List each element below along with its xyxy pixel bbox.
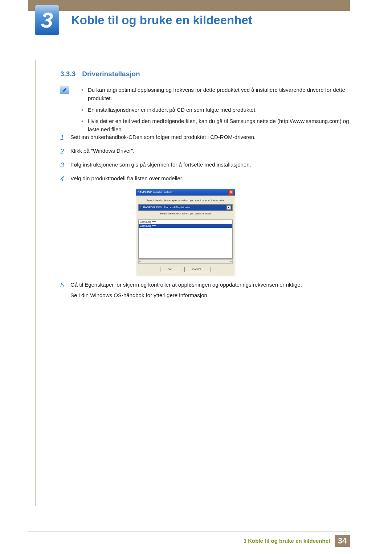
step-text: Klikk på "Windows Driver". [70,147,351,157]
step-text-line: Gå til Egenskaper for skjerm og kontroll… [70,280,351,289]
close-icon[interactable]: × [228,190,233,195]
info-bullet: Du kan angi optimal oppløsning og frekve… [81,86,351,103]
step-number: 2 [60,147,70,157]
section-number: 3.3.3 [60,70,75,78]
step-number: 5 [60,280,70,300]
chapter-title: Koble til og bruke en kildeenhet [71,13,252,27]
step-item: 1 Sett inn brukerhåndbok-CDen som følger… [60,133,351,143]
step-item: 3 Følg instruksjonene som gis på skjerme… [60,160,351,171]
step-item: 2 Klikk på "Windows Driver". [60,147,351,157]
horizontal-scrollbar[interactable]: ◂ ▸ [138,259,233,264]
step-number: 1 [60,133,70,143]
info-bullet: Hvis det er en feil ved den medfølgende … [81,117,351,134]
list-item[interactable]: Samsung **** [139,220,232,224]
step-text: Velg din produktmodell fra listen over m… [70,174,351,184]
scroll-left-icon[interactable]: ◂ [139,260,140,263]
installer-window: SAMSUNG monitor installer × Select the d… [136,189,235,276]
section-title-text: Driverinstallasjon [82,70,140,78]
adapter-selected: 1. RADEON 9550 : Plug and Play Monitor [140,206,191,209]
installer-titlebar: SAMSUNG monitor installer × [136,189,235,196]
left-rule [35,60,36,506]
scroll-right-icon[interactable]: ▸ [230,260,232,263]
chapter-number-box: 3 [35,5,59,35]
footer-rule [28,531,350,532]
monitor-label: Select the monitor which you want to ins… [138,211,233,217]
ok-button[interactable]: OK [160,267,179,272]
steps-list: 1 Sett inn brukerhåndbok-CDen som følger… [60,133,351,303]
installer-body: Select the display adapter on which you … [136,196,235,276]
monitor-list[interactable]: Samsung **** Samsung **** [138,219,233,259]
installer-button-row: OK CANCEL [138,264,233,274]
info-bullet: En installasjonsdriver er inkludert på C… [81,106,351,114]
section-heading: 3.3.3Driverinstallasjon [60,70,140,78]
step-item: 5 Gå til Egenskaper for skjerm og kontro… [60,280,351,300]
page-number: 34 [335,535,350,547]
adapter-label: Select the display adapter on which you … [138,198,233,204]
list-item[interactable]: Samsung **** [139,224,232,228]
step-text-line: Se i din Windows OS-håndbok for ytterlig… [70,291,351,299]
step-text: Gå til Egenskaper for skjerm og kontroll… [70,280,351,300]
installer-title-text: SAMSUNG monitor installer [138,190,173,194]
step-text: Følg instruksjonene som gis på skjermen … [70,160,351,171]
step-number: 3 [60,160,70,171]
header-bar [28,0,350,11]
cancel-button[interactable]: CANCEL [184,267,211,272]
info-list: Du kan angi optimal oppløsning og frekve… [81,86,351,134]
info-block: Du kan angi optimal oppløsning og frekve… [60,86,351,136]
footer-chapter-text: 3 Koble til og bruke en kildeenhet [244,538,330,544]
step-number: 4 [60,174,70,184]
step-text: Sett inn brukerhåndbok-CDen som følger m… [70,133,351,143]
note-icon [60,86,69,94]
footer: 3 Koble til og bruke en kildeenhet 34 [244,535,350,547]
adapter-dropdown[interactable]: 1. RADEON 9550 : Plug and Play Monitor ▾ [138,204,233,211]
step-item: 4 Velg din produktmodell fra listen over… [60,174,351,184]
chevron-down-icon[interactable]: ▾ [226,205,231,210]
